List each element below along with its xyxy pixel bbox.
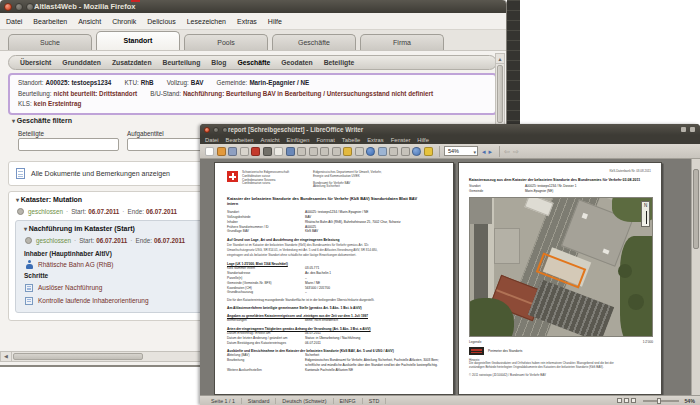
subtab-beurteilung[interactable]: Beurteilung [163,59,201,66]
task-icon [25,297,33,305]
previous-page-icon[interactable]: ◂ [482,147,486,156]
export-pdf[interactable] [251,147,260,156]
menubar-item[interactable]: Hilfe [268,18,282,25]
new-document[interactable] [205,147,214,156]
page-preview[interactable] [274,147,283,156]
subtab-beteiligte[interactable]: Beteiligte [324,59,355,66]
scrollbar-thumb[interactable] [497,65,503,123]
zoom-level[interactable]: 54% [684,398,695,404]
tab-geschaefte[interactable]: Geschäfte [272,34,356,50]
zoom-slider-knob[interactable] [657,398,661,404]
paste[interactable] [320,147,329,156]
writer-statusbar: Seite 1 / 1StandardDeutsch (Schweiz)EINF… [200,395,700,405]
cut[interactable] [297,147,306,156]
book-view-icon[interactable] [631,398,636,403]
menubar-item[interactable]: Lesezeichen [187,18,226,25]
gallery[interactable] [424,147,433,156]
maximize-button[interactable] [222,127,228,133]
multi-page-view-icon[interactable] [624,398,629,403]
menubar-item[interactable]: Bearbeiten [226,137,254,143]
main-tabbar: Suche Standort Pools Geschäfte Firma [0,30,506,50]
scroll-up-icon[interactable]: ▲ [496,54,504,64]
menubar-item[interactable]: Extras [367,137,383,143]
table[interactable] [378,147,387,156]
menubar-item[interactable]: Datei [6,18,22,25]
minimize-button[interactable] [213,127,219,133]
document-area: Schweizerische EidgenossenschaftConfédér… [200,159,700,395]
scrollbar-thumb[interactable] [13,353,143,360]
statusbar-cell[interactable]: Seite 1 / 1 [205,398,242,404]
subtab-blog[interactable]: Blog [211,59,226,66]
menubar-item[interactable]: Fenster [391,137,411,143]
statusbar-cell[interactable]: EINFG [334,398,363,404]
vertical-scrollbar[interactable] [691,159,700,395]
firefox-titlebar[interactable]: Altlast4Web - Mozilla Firefox [0,0,506,13]
tab-standort[interactable]: Standort [96,31,180,50]
office-lines: Bundesamt für Verkehr BAVAbteilung Siche… [313,182,382,190]
scrollbar-thumb[interactable] [693,169,699,249]
menubar-item[interactable]: Ansicht [78,18,101,25]
tree [628,294,644,310]
menubar-item[interactable]: Tabelle [342,137,360,143]
undo[interactable] [343,147,352,156]
subtab-uebersicht[interactable]: Übersicht [20,59,51,66]
minimize-button[interactable] [15,3,23,11]
documents-link[interactable]: Alle Dokumente und Bemerkungen anzeigen [31,170,170,177]
filter-section-title[interactable]: Geschäfte filtern [12,117,72,124]
redo[interactable] [355,147,364,156]
statusbar-cell[interactable]: Deutsch (Schweiz) [276,398,333,404]
beteiligte-input[interactable] [18,138,119,151]
tab-firma[interactable]: Firma [360,34,444,50]
subtab-grunddaten[interactable]: Grunddaten [62,59,101,66]
menubar-item[interactable]: Hilfe [417,137,429,143]
writer-titlebar[interactable]: report [Schreibgeschützt] - LibreOffice … [200,124,700,135]
menubar-item[interactable]: Ansicht [261,137,280,143]
format-paintbrush[interactable] [332,147,341,156]
task-icon [25,284,33,292]
menubar-item[interactable]: Datei [205,137,219,143]
task-title[interactable]: Nachführung im Kataster (Start) [24,225,135,232]
forward-icon[interactable]: ⇨ [513,147,519,156]
menubar-item[interactable]: Einfügen [287,137,310,143]
maximize-button[interactable] [26,3,34,11]
sound-icon [681,127,686,132]
subtab-geodaten[interactable]: Geodaten [281,59,312,66]
statusbar-cell[interactable]: STD [363,398,387,404]
show-draw[interactable] [389,147,398,156]
hyperlink[interactable] [366,147,375,156]
print[interactable] [263,147,272,156]
single-page-view-icon[interactable] [617,398,622,403]
corner-note: KbS-Datenbank Nr. 03.08.2011 [469,169,651,173]
menubar-item[interactable]: Delicious [147,18,175,25]
next-page-icon[interactable]: ▸ [489,147,493,156]
save[interactable] [228,147,237,156]
navigator[interactable] [412,147,421,156]
menubar-item[interactable]: Format [317,137,335,143]
zoom-slider[interactable] [643,400,679,402]
spellcheck[interactable] [286,147,295,156]
scroll-left-icon[interactable]: ◀ [1,352,12,361]
zoom-combo[interactable]: 54% [444,146,478,156]
tab-pools[interactable]: Pools [184,34,268,50]
tab-suche[interactable]: Suche [8,34,92,50]
statusbar-cell[interactable]: Standard [242,398,277,404]
writer-menubar: DateiBearbeitenAnsichtEinfügenFormatTabe… [200,135,700,144]
document-email[interactable] [240,147,249,156]
aerial-photo: N [469,197,653,337]
find-replace[interactable] [401,147,410,156]
copy[interactable] [309,147,318,156]
open[interactable] [217,147,226,156]
menubar-item[interactable]: Bearbeiten [33,18,67,25]
owner-name[interactable]: Rhätische Bahn AG (RhB) [38,261,114,268]
building [494,228,520,264]
subtab-zusatzdaten[interactable]: Zusatzdaten [112,59,152,66]
close-button[interactable] [204,127,210,133]
menubar-item[interactable]: Extras [237,18,257,25]
menubar-item[interactable]: Chronik [112,18,136,25]
owner-row[interactable]: Rhätische Bahn AG (RhB) [25,260,114,269]
close-button[interactable] [4,3,12,11]
document-icon [16,168,25,179]
subtab-geschaefte[interactable]: Geschäfte [237,59,270,66]
back-icon[interactable]: ⇦ [504,147,510,156]
kataster-title[interactable]: Kataster: Mutation [16,196,82,203]
